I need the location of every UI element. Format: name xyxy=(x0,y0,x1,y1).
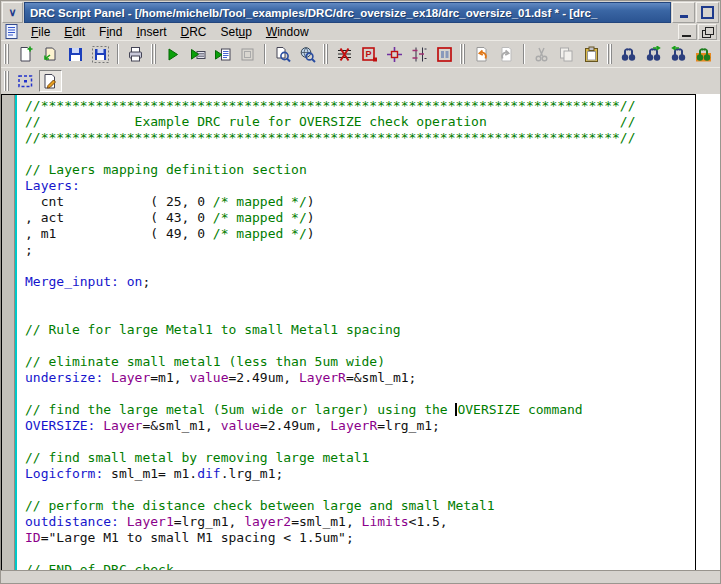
view-report-button[interactable] xyxy=(271,43,294,65)
code-line xyxy=(25,482,695,498)
mdi-client-area: //**************************************… xyxy=(1,94,720,570)
code-line: // END of DRC check xyxy=(25,562,695,570)
menu-item-insert[interactable]: Insert xyxy=(129,25,173,39)
save-button[interactable] xyxy=(64,43,87,65)
cut-button[interactable] xyxy=(530,43,553,65)
toolbar-group: P xyxy=(320,41,457,67)
code-line: outdistance: Layer1=lrg_m1, layer2=sml_m… xyxy=(25,514,695,530)
new-file-button[interactable] xyxy=(14,43,37,65)
code-line: ; xyxy=(25,242,695,258)
error-window-icon xyxy=(436,46,453,63)
code-line xyxy=(25,338,695,354)
undo-button[interactable] xyxy=(470,43,493,65)
error-display-button[interactable] xyxy=(333,43,356,65)
toolbar-drag-handle[interactable] xyxy=(323,44,328,64)
edit-toolbar xyxy=(1,67,720,94)
toolbar-drag-handle[interactable] xyxy=(4,71,9,91)
minimize-button[interactable] xyxy=(672,2,695,23)
toolbar-drag-handle[interactable] xyxy=(607,44,612,64)
document-icon[interactable] xyxy=(4,24,20,39)
code-line xyxy=(25,290,695,306)
run-drc-icon xyxy=(189,46,206,63)
select-block-button[interactable] xyxy=(14,70,37,92)
code-line: cnt ( 25, 0 /* mapped */) xyxy=(25,194,695,210)
svg-text:P: P xyxy=(366,49,372,59)
run-selection-button[interactable] xyxy=(211,43,234,65)
paste-button[interactable] xyxy=(580,43,603,65)
error-flow-button[interactable] xyxy=(408,43,431,65)
error-window-button[interactable] xyxy=(433,43,456,65)
code-line: , act ( 43, 0 /* mapped */) xyxy=(25,210,695,226)
code-line: // find the large metal (5um wide or lar… xyxy=(25,402,695,418)
cut-icon xyxy=(533,46,550,63)
title-bar-fill[interactable]: DRC Script Panel - [/home/michelb/Tool_e… xyxy=(24,2,671,23)
child-minimize-icon xyxy=(682,35,691,37)
menu-item-edit[interactable]: Edit xyxy=(57,25,92,39)
menu-item-drc[interactable]: DRC xyxy=(173,25,213,39)
stop-button[interactable] xyxy=(236,43,259,65)
code-line: undersize: Layer=m1, value=2.49um, Layer… xyxy=(25,370,695,386)
menu-item-find[interactable]: Find xyxy=(92,25,129,39)
code-line: //**************************************… xyxy=(25,130,695,146)
error-list-button[interactable]: P xyxy=(358,43,381,65)
view-design-button[interactable] xyxy=(296,43,319,65)
maximize-icon xyxy=(701,6,714,19)
run-button[interactable] xyxy=(161,43,184,65)
code-line xyxy=(25,434,695,450)
run-drc-button[interactable] xyxy=(186,43,209,65)
toolbar-group xyxy=(1,68,63,94)
redo-icon xyxy=(498,46,515,63)
select-block-icon xyxy=(17,73,34,90)
toolbar-group xyxy=(519,41,604,67)
undo-icon xyxy=(473,46,490,63)
open-file-icon xyxy=(42,46,59,63)
child-minimize-button[interactable] xyxy=(678,24,697,40)
menu-item-window[interactable]: Window xyxy=(259,25,316,39)
child-restore-button[interactable] xyxy=(698,24,717,40)
horizontal-scrollbar[interactable] xyxy=(1,570,720,583)
script-editor[interactable]: //**************************************… xyxy=(1,94,696,570)
save-as-button[interactable] xyxy=(89,43,112,65)
toolbar-group xyxy=(604,41,716,67)
toolbar-group xyxy=(260,41,320,67)
code-line: // Rule for large Metal1 to small Metal1… xyxy=(25,322,695,338)
toolbar-drag-handle[interactable] xyxy=(460,44,465,64)
menu-item-setup[interactable]: Setup xyxy=(213,25,258,39)
window-menu-button[interactable]: ∨ xyxy=(2,2,23,23)
save-icon xyxy=(67,46,84,63)
find-highlight-icon xyxy=(695,46,712,63)
code-line: Merge_input: on; xyxy=(25,274,695,290)
find-previous-icon xyxy=(670,46,687,63)
code-line: //**************************************… xyxy=(25,98,695,114)
error-nav-button[interactable] xyxy=(383,43,406,65)
maximize-button[interactable] xyxy=(696,2,719,23)
open-file-button[interactable] xyxy=(39,43,62,65)
redo-button[interactable] xyxy=(495,43,518,65)
toolbar-drag-handle[interactable] xyxy=(4,44,9,64)
print-icon xyxy=(127,46,144,63)
run-selection-icon xyxy=(214,46,231,63)
code-line xyxy=(25,146,695,162)
find-next-icon xyxy=(645,46,662,63)
view-design-icon xyxy=(299,46,316,63)
child-restore-icon-back xyxy=(705,27,714,35)
code-line xyxy=(25,258,695,274)
menu-item-file[interactable]: File xyxy=(24,25,57,39)
menu-items: FileEditFindInsertDRCSetupWindow xyxy=(24,25,316,39)
copy-icon xyxy=(558,46,575,63)
code-area[interactable]: //**************************************… xyxy=(17,95,695,570)
print-button[interactable] xyxy=(124,43,147,65)
code-line xyxy=(25,306,695,322)
code-line xyxy=(25,386,695,402)
find-button[interactable] xyxy=(617,43,640,65)
run-icon xyxy=(164,46,181,63)
toolbar-group xyxy=(457,41,519,67)
edit-mode-button[interactable] xyxy=(39,70,62,92)
find-next-button[interactable] xyxy=(642,43,665,65)
toolbar-drag-handle[interactable] xyxy=(151,44,156,64)
find-icon xyxy=(620,46,637,63)
toolbar-group xyxy=(148,41,260,67)
find-highlight-button[interactable] xyxy=(692,43,715,65)
copy-button[interactable] xyxy=(555,43,578,65)
find-previous-button[interactable] xyxy=(667,43,690,65)
